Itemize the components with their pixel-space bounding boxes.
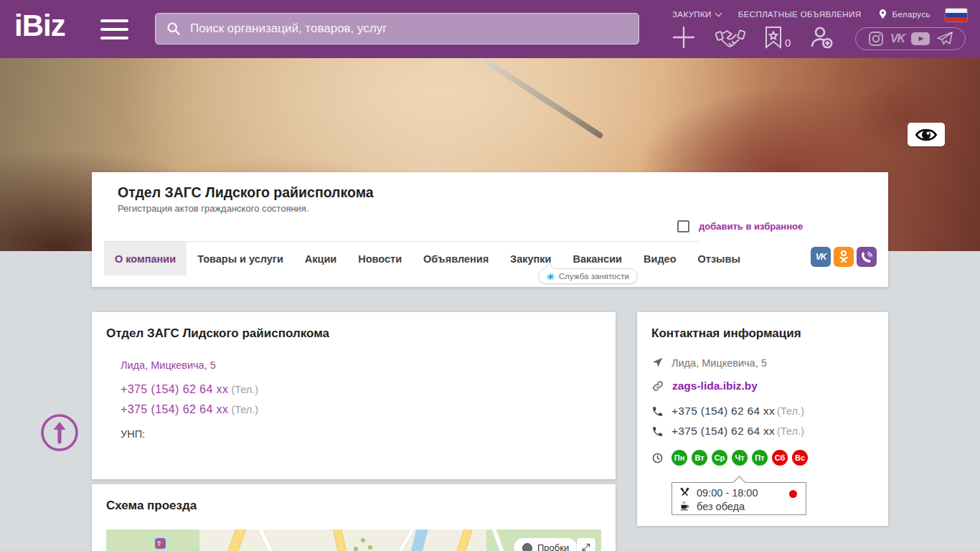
company-address-link[interactable]: Лида, Мицкевича, 5: [121, 359, 216, 371]
contact-phone[interactable]: +375 (154) 62 64 xx(Тел.): [672, 405, 804, 418]
phone-number[interactable]: +375 (154) 62 64 xx: [121, 403, 228, 415]
favorites-count: 0: [785, 37, 791, 49]
day-badge-sat[interactable]: Сб: [772, 450, 788, 466]
login-button[interactable]: [809, 25, 834, 50]
day-badge-sun[interactable]: Вс: [792, 450, 808, 466]
phone-type: (Тел.): [231, 384, 258, 395]
contact-info-card: Контактная информация Лида, Мицкевича, 5…: [637, 312, 888, 526]
contact-phone-row: +375 (154) 62 64 xx(Тел.): [651, 425, 804, 438]
header-action-icons: 0: [671, 24, 834, 50]
phone-icon: [651, 425, 664, 438]
contact-address-row: Лида, Мицкевича, 5: [651, 357, 767, 369]
traffic-light-icon: [522, 543, 532, 551]
snowflake-icon: [547, 273, 555, 281]
phone-number[interactable]: +375 (154) 62 64 xx: [121, 383, 228, 395]
add-to-favorites[interactable]: добавить в избранное: [677, 220, 803, 232]
contact-phone[interactable]: +375 (154) 62 64 xx(Тел.): [672, 425, 804, 438]
tab-promotions[interactable]: Акции: [294, 242, 347, 276]
directions-title: Схема проезда: [106, 499, 197, 513]
eye-icon: [913, 126, 940, 144]
country-selector[interactable]: Беларусь: [878, 9, 930, 19]
location-pin-icon: [878, 9, 887, 19]
tab-about[interactable]: О компании: [104, 242, 187, 276]
day-badge-tue[interactable]: Вт: [692, 450, 707, 466]
contact-phone-row: +375 (154) 62 64 xx(Тел.): [651, 405, 804, 418]
badge-label: Служба занятости: [559, 272, 629, 281]
employment-service-badge[interactable]: Служба занятости: [538, 268, 638, 284]
gas-station-icon: ⛽: [155, 538, 166, 549]
day-badge-fri[interactable]: Пт: [752, 450, 768, 466]
handshake-icon: [715, 24, 745, 50]
company-subtitle: Регистрация актов гражданского состояния…: [118, 203, 309, 214]
map-canvas[interactable]: ⛽ Белоруснефть Пробки: [106, 529, 601, 551]
tools-icon: [679, 487, 690, 498]
odnoklassniki-button[interactable]: [834, 247, 854, 267]
tab-products[interactable]: Товары и услуги: [187, 242, 294, 276]
about-title: Отдел ЗАГС Лидского райисполкома: [106, 326, 329, 341]
language-flag-ru[interactable]: [946, 9, 967, 22]
procurement-menu[interactable]: ЗАКУПКИ: [672, 10, 721, 19]
about-company-card: Отдел ЗАГС Лидского райисполкома Лида, М…: [92, 312, 616, 479]
visibility-eye-button[interactable]: [908, 123, 945, 146]
directions-card: Схема проезда ⛽ Белоруснефть Пробки: [92, 484, 616, 551]
fullscreen-map-button[interactable]: [577, 538, 595, 551]
bookmark-star-icon: [764, 26, 783, 49]
link-icon: [651, 380, 664, 392]
traffic-button[interactable]: Пробки: [514, 538, 578, 551]
schedule-lunch-row: без обеда: [679, 499, 798, 513]
free-ads-link[interactable]: БЕСПЛАТНЫЕ ОБЪЯВЛЕНИЯ: [738, 10, 862, 19]
schedule-tooltip: 09:00 - 18:00 без обеда: [672, 482, 806, 515]
add-company-button[interactable]: [671, 24, 697, 50]
schedule-lunch: без обеда: [697, 501, 745, 512]
traffic-label: Пробки: [537, 542, 569, 551]
telegram-icon[interactable]: [936, 31, 953, 47]
youtube-icon[interactable]: [910, 31, 930, 47]
expand-icon: [581, 542, 591, 551]
map-place-belorusneft[interactable]: ⛽ Белоруснефть: [133, 538, 187, 551]
favorite-label: добавить в избранное: [699, 221, 803, 232]
tab-reviews[interactable]: Отзывы: [687, 242, 751, 276]
header-social-links: VK: [855, 27, 966, 50]
vk-share-button[interactable]: VK: [811, 247, 831, 267]
schedule-hours: 09:00 - 18:00: [697, 487, 758, 499]
favorite-checkbox[interactable]: [677, 220, 689, 232]
scroll-to-top-button[interactable]: [39, 413, 80, 453]
viber-icon: [860, 250, 873, 263]
website-link[interactable]: zags-lida.ibiz.by: [672, 380, 758, 392]
day-badge-mon[interactable]: Пн: [672, 450, 687, 466]
phone-link: +375 (154) 62 64 xx(Тел.): [121, 403, 258, 416]
working-days-row: Пн Вт Ср Чт Пт Сб Вс: [651, 450, 808, 466]
ibiz-logo[interactable]: iBiz: [14, 9, 65, 43]
search-bar: [155, 13, 639, 44]
day-badges: Пн Вт Ср Чт Пт Сб Вс: [672, 450, 808, 466]
instagram-icon[interactable]: [867, 30, 885, 47]
user-add-icon: [809, 25, 834, 50]
schedule-hours-row: 09:00 - 18:00: [679, 486, 798, 499]
company-title: Отдел ЗАГС Лидского райисполкома: [118, 184, 374, 201]
coffee-cup-icon: [679, 501, 690, 512]
search-input[interactable]: [190, 22, 628, 36]
header-top-links: ЗАКУПКИ БЕСПЛАТНЫЕ ОБЪЯВЛЕНИЯ Беларусь: [672, 9, 930, 19]
navigation-icon: [651, 357, 664, 369]
day-badge-wed[interactable]: Ср: [712, 450, 727, 466]
arrow-up-icon: [39, 413, 80, 453]
phone-icon: [651, 405, 664, 418]
ok-icon: [837, 250, 850, 264]
day-badge-thu[interactable]: Чт: [732, 450, 748, 466]
phone-link: +375 (154) 62 64 xx(Тел.): [121, 383, 258, 396]
contact-address: Лида, Мицкевича, 5: [672, 357, 767, 369]
site-header: iBiz ЗАКУПКИ БЕСПЛАТНЫЕ ОБЪЯВЛЕНИЯ Белар…: [0, 0, 980, 58]
closed-now-indicator: [789, 490, 797, 498]
tab-news[interactable]: Новости: [347, 242, 413, 276]
menu-icon[interactable]: [100, 19, 128, 39]
tab-ads[interactable]: Объявления: [413, 242, 499, 276]
favorites-button[interactable]: 0: [764, 26, 791, 49]
tab-video[interactable]: Видео: [633, 242, 687, 276]
clock-icon: [651, 452, 664, 464]
partners-button[interactable]: [715, 24, 745, 50]
chevron-down-icon: [715, 9, 722, 17]
contact-title: Контактная информация: [651, 326, 801, 341]
viber-button[interactable]: [857, 247, 877, 267]
vk-icon[interactable]: VK: [890, 32, 905, 45]
phone-type: (Тел.): [231, 404, 258, 415]
